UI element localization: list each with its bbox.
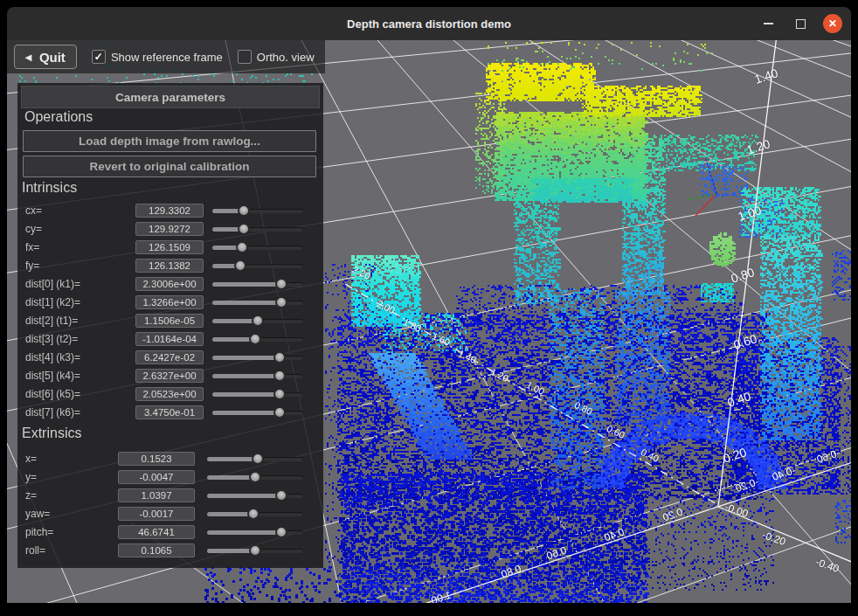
parameter-value-input[interactable] [135, 350, 204, 364]
slider-fill [207, 530, 281, 535]
parameter-value-input[interactable] [135, 259, 204, 273]
titlebar[interactable]: Depth camera distortion demo ✕ [7, 7, 851, 40]
slider-thumb[interactable] [234, 260, 246, 272]
parameter-slider-track[interactable] [212, 392, 303, 397]
parameter-slider-track[interactable] [212, 246, 303, 250]
parameter-slider-track[interactable] [212, 319, 303, 323]
screen: { "window": { "title": "Depth camera dis… [0, 0, 858, 616]
section-label-intrinsics: Intrinsics [22, 180, 77, 196]
window-title: Depth camera distortion demo [347, 17, 511, 31]
revert-calibration-button[interactable]: Revert to original calibration [23, 156, 316, 177]
parameter-row: dist[6] (k5)= [17, 385, 323, 404]
slider-thumb[interactable] [249, 333, 261, 345]
slider-fill [212, 356, 280, 360]
parameter-value-input[interactable] [118, 507, 195, 521]
section-label-operations: Operations [24, 109, 93, 125]
parameter-label: dist[3] (t2)= [25, 330, 78, 349]
back-arrow-icon: ◄ [23, 52, 34, 63]
slider-thumb[interactable] [252, 315, 264, 327]
parameter-slider-track[interactable] [212, 227, 303, 232]
checkbox-label: Ortho. view [257, 51, 315, 64]
parameter-slider-track[interactable] [207, 549, 303, 553]
parameter-slider-track[interactable] [207, 530, 303, 535]
parameter-label: dist[7] (k6)= [25, 404, 80, 422]
slider-fill [207, 457, 258, 461]
parameter-slider-track[interactable] [207, 475, 303, 480]
slider-fill [212, 301, 281, 305]
slider-fill [207, 475, 255, 480]
slider-thumb[interactable] [236, 241, 248, 253]
parameter-value-input[interactable] [135, 277, 204, 291]
parameter-row: dist[1] (k2)= [17, 294, 323, 312]
parameter-row: pitch= [17, 523, 323, 542]
parameter-label: y= [25, 468, 37, 487]
parameter-slider-track[interactable] [212, 282, 303, 287]
window-controls: ✕ [758, 7, 842, 40]
slider-fill [207, 549, 255, 553]
app-window: Depth camera distortion demo ✕ 1.401.201… [7, 7, 851, 603]
parameter-label: fy= [25, 257, 39, 275]
parameter-value-input[interactable] [135, 387, 204, 401]
close-button[interactable]: ✕ [823, 14, 842, 33]
slider-thumb[interactable] [247, 508, 259, 520]
parameter-slider-track[interactable] [212, 337, 303, 342]
parameter-row: dist[7] (k6)= [17, 404, 323, 422]
parameter-value-input[interactable] [135, 240, 204, 254]
slider-thumb[interactable] [238, 223, 250, 235]
parameter-value-input[interactable] [118, 452, 195, 466]
maximize-button[interactable] [791, 14, 810, 33]
parameter-value-input[interactable] [135, 332, 204, 346]
parameter-slider-track[interactable] [212, 209, 303, 213]
parameter-slider-track[interactable] [212, 356, 303, 360]
parameter-value-input[interactable] [135, 295, 204, 309]
slider-fill [207, 512, 253, 516]
minimize-button[interactable] [758, 14, 778, 33]
parameter-slider-track[interactable] [212, 411, 303, 415]
slider-thumb[interactable] [273, 351, 286, 363]
parameter-label: dist[2] (t1)= [25, 312, 78, 330]
checkbox-show-reference-frame[interactable]: ✓ Show reference frame [92, 50, 223, 64]
quit-button[interactable]: ◄ Quit [14, 45, 77, 69]
checkbox-ortho-view[interactable]: Ortho. view [238, 50, 315, 64]
slider-thumb[interactable] [252, 453, 264, 465]
load-depth-image-button[interactable]: Load depth image from rawlog... [23, 130, 316, 152]
camera-parameters-panel: Camera parameters Operations Load depth … [17, 83, 323, 568]
parameter-value-input[interactable] [135, 204, 204, 218]
slider-thumb[interactable] [275, 278, 287, 290]
parameter-slider-track[interactable] [212, 374, 303, 378]
parameter-value-input[interactable] [135, 222, 204, 236]
parameter-value-input[interactable] [118, 470, 195, 484]
parameter-value-input[interactable] [135, 405, 204, 419]
slider-thumb[interactable] [275, 526, 287, 538]
parameter-value-input[interactable] [118, 543, 195, 557]
parameter-value-input[interactable] [135, 314, 204, 328]
checkbox-icon: ✓ [92, 50, 106, 64]
parameter-slider-track[interactable] [207, 494, 303, 498]
parameter-row: dist[0] (k1)= [17, 275, 323, 294]
parameter-slider-track[interactable] [207, 512, 303, 516]
slider-thumb[interactable] [238, 204, 250, 217]
slider-thumb[interactable] [273, 388, 286, 400]
slider-thumb[interactable] [275, 489, 287, 502]
parameter-label: yaw= [25, 505, 50, 523]
panel-header[interactable]: Camera parameters [21, 86, 320, 108]
extrinsics-rows: x=y=z=yaw=pitch=roll= [17, 450, 323, 560]
parameter-row: cx= [17, 202, 323, 220]
slider-thumb[interactable] [275, 296, 287, 308]
slider-thumb[interactable] [273, 406, 286, 419]
parameter-slider-track[interactable] [212, 301, 303, 305]
close-icon: ✕ [828, 18, 837, 29]
slider-fill [212, 282, 281, 287]
parameter-value-input[interactable] [118, 525, 195, 539]
slider-thumb[interactable] [273, 370, 286, 382]
parameter-value-input[interactable] [118, 488, 195, 502]
parameter-value-input[interactable] [135, 369, 204, 383]
section-label-extrinsics: Extrinsics [22, 426, 81, 441]
parameter-slider-track[interactable] [207, 457, 303, 461]
parameter-slider-track[interactable] [212, 264, 303, 268]
slider-thumb[interactable] [249, 544, 261, 557]
parameter-row: yaw= [17, 505, 323, 523]
slider-fill [212, 392, 280, 397]
intrinsics-rows: cx=cy=fx=fy=dist[0] (k1)=dist[1] (k2)=di… [17, 202, 323, 422]
slider-thumb[interactable] [249, 471, 261, 483]
